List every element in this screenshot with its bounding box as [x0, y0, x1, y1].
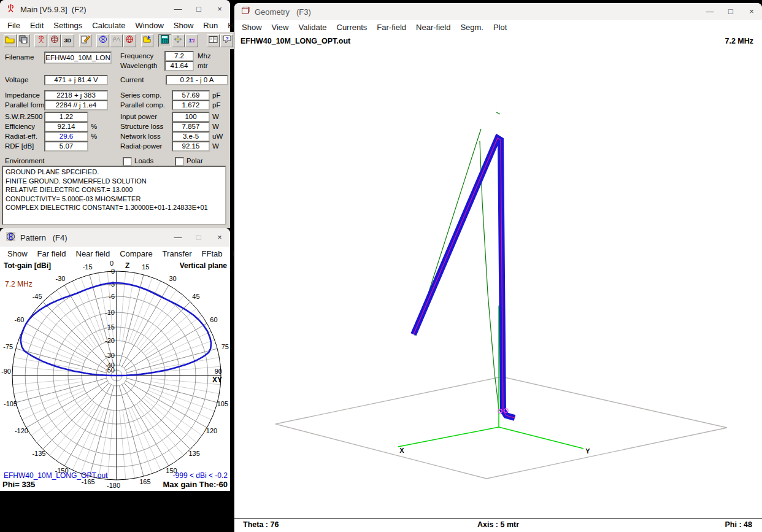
- swr-field[interactable]: 1.22: [44, 112, 88, 122]
- menu-near-field[interactable]: Near field: [71, 248, 115, 260]
- polar-checkbox[interactable]: [175, 157, 184, 166]
- one-to-one-button[interactable]: 1:1: [185, 34, 198, 47]
- parallel-form-field[interactable]: 2284 // j 1.e4: [44, 100, 108, 110]
- environment-label: Environment: [5, 157, 45, 164]
- rdf-label: RDF [dB]: [5, 142, 34, 150]
- geometry-titlebar[interactable]: Geometry (F3) — □ ×: [234, 3, 762, 20]
- frequency-field[interactable]: 7.2: [164, 51, 194, 61]
- radiat-eff-unit: %: [91, 133, 97, 140]
- menu-near-field[interactable]: Near-field: [411, 21, 455, 33]
- smith-chart-button[interactable]: [123, 34, 136, 47]
- menu-transfer[interactable]: Transfer: [158, 248, 197, 260]
- parallel-comp-label: Parallel comp.: [120, 101, 165, 109]
- env-line: FINITE GROUND. SOMMERFELD SOLUTION: [6, 177, 223, 186]
- svg-text:45: 45: [192, 293, 199, 300]
- polar-checkbox-label: Polar: [187, 157, 203, 164]
- current-label: Current: [120, 76, 144, 83]
- save-icon: [19, 35, 28, 46]
- pattern-window: Pattern (F4) — □ × Show Far field Near f…: [0, 228, 230, 491]
- menu-far-field[interactable]: Far-field: [372, 21, 411, 33]
- swr-label: S.W.R.2500: [5, 113, 42, 120]
- y-axis: [499, 427, 583, 449]
- main-titlebar[interactable]: Main [V5.9.3] (F2) — □ ×: [0, 0, 230, 18]
- minimize-button[interactable]: —: [167, 229, 188, 246]
- menu-view[interactable]: View: [267, 21, 294, 33]
- svg-text:-3: -3: [109, 280, 115, 288]
- menu-segm[interactable]: Segm.: [455, 21, 488, 33]
- menu-run[interactable]: Run: [198, 20, 223, 31]
- save-file-button[interactable]: [17, 34, 30, 47]
- svg-text:-10: -10: [105, 309, 115, 316]
- menu-validate[interactable]: Validate: [293, 21, 331, 33]
- minimize-button[interactable]: —: [167, 1, 188, 18]
- environment-textbox[interactable]: GROUND PLANE SPECIFIED. FINITE GROUND. S…: [2, 166, 226, 225]
- structure-loss-unit: W: [212, 123, 219, 130]
- menu-plot[interactable]: Plot: [488, 21, 512, 33]
- menu-show[interactable]: Show: [2, 248, 33, 260]
- geometry-3d-view[interactable]: XY: [234, 48, 762, 518]
- input-power-field[interactable]: 100: [172, 112, 210, 122]
- parallel-form-label: Parallel form: [5, 101, 45, 109]
- svg-text:-30: -30: [56, 275, 66, 282]
- voltage-label: Voltage: [5, 76, 28, 83]
- filename-field[interactable]: EFHW40_10M_LON: [44, 52, 112, 64]
- parallel-comp-field[interactable]: 1.672: [172, 100, 210, 110]
- menu-far-field[interactable]: Far field: [33, 248, 71, 260]
- help-button[interactable]: ?: [220, 34, 233, 47]
- close-button[interactable]: ×: [209, 1, 230, 18]
- menu-fftab[interactable]: FFtab: [197, 248, 228, 260]
- input-power-unit: W: [212, 113, 219, 120]
- polar-pattern-chart[interactable]: 0-3-6-10-15-20-30-40-50-180-165-150-135-…: [0, 260, 230, 491]
- menu-currents[interactable]: Currents: [332, 21, 372, 33]
- voltage-field[interactable]: 471 + j 81.4 V: [44, 75, 108, 85]
- close-button[interactable]: ×: [741, 3, 762, 20]
- network-loss-field[interactable]: 3.e-5: [172, 131, 210, 142]
- menu-file[interactable]: File: [2, 20, 25, 31]
- antenna-model-button[interactable]: [34, 34, 47, 47]
- svg-text:-20: -20: [105, 337, 115, 344]
- loads-checkbox[interactable]: [123, 157, 132, 166]
- report-book-button[interactable]: [207, 34, 220, 47]
- export-button[interactable]: [141, 34, 154, 47]
- efficiency-field[interactable]: 92.14: [44, 121, 88, 132]
- minimize-button[interactable]: —: [699, 3, 720, 20]
- structure-loss-field[interactable]: 7.857: [172, 121, 210, 132]
- svg-text:105: 105: [217, 400, 228, 407]
- far-field-button[interactable]: [96, 34, 109, 47]
- menu-window[interactable]: Window: [131, 20, 169, 31]
- maximize-button[interactable]: □: [188, 1, 209, 18]
- edit-pencil-icon: [81, 35, 90, 46]
- maximize-button[interactable]: □: [188, 229, 209, 246]
- open-file-button[interactable]: [4, 34, 17, 47]
- close-button[interactable]: ×: [209, 229, 230, 246]
- scale-arrows-button[interactable]: [172, 34, 185, 47]
- radiat-power-field[interactable]: 92.15: [172, 141, 210, 152]
- wavelength-field[interactable]: 41.64: [164, 61, 194, 71]
- edit-file-button[interactable]: [79, 34, 92, 47]
- geometry-view-button[interactable]: [48, 34, 61, 47]
- efficiency-unit: %: [91, 123, 97, 130]
- 3d-view-button[interactable]: 3D: [61, 34, 74, 47]
- rdf-field[interactable]: 5.07: [44, 141, 88, 152]
- series-comp-field[interactable]: 57.69: [172, 90, 210, 101]
- calculate-button[interactable]: [158, 34, 171, 47]
- filename-label: Filename: [5, 53, 34, 61]
- network-loss-unit: uW: [212, 133, 223, 140]
- one-to-one-icon: 1:1: [188, 37, 194, 44]
- geometry-statusbar: Theta : 76 Axis : 5 mtr Phi : 48: [234, 518, 762, 531]
- menu-calculate[interactable]: Calculate: [87, 20, 130, 31]
- current-field[interactable]: 0.21 - j 0 A: [166, 75, 228, 85]
- pattern-titlebar[interactable]: Pattern (F4) — □ ×: [0, 228, 230, 247]
- menu-edit[interactable]: Edit: [25, 20, 48, 31]
- maximize-button[interactable]: □: [720, 3, 741, 20]
- geometry-frequency-label: 7.2 MHz: [725, 37, 753, 45]
- svg-text:60: 60: [210, 316, 217, 323]
- menu-show[interactable]: Show: [169, 20, 199, 31]
- near-field-button[interactable]: [110, 34, 123, 47]
- impedance-field[interactable]: 2218 + j 383: [44, 90, 108, 101]
- radiat-eff-field[interactable]: 29.6: [44, 131, 88, 142]
- menu-settings[interactable]: Settings: [48, 20, 87, 31]
- menu-compare[interactable]: Compare: [115, 248, 157, 260]
- menu-show[interactable]: Show: [237, 21, 267, 33]
- svg-text:-75: -75: [3, 343, 13, 350]
